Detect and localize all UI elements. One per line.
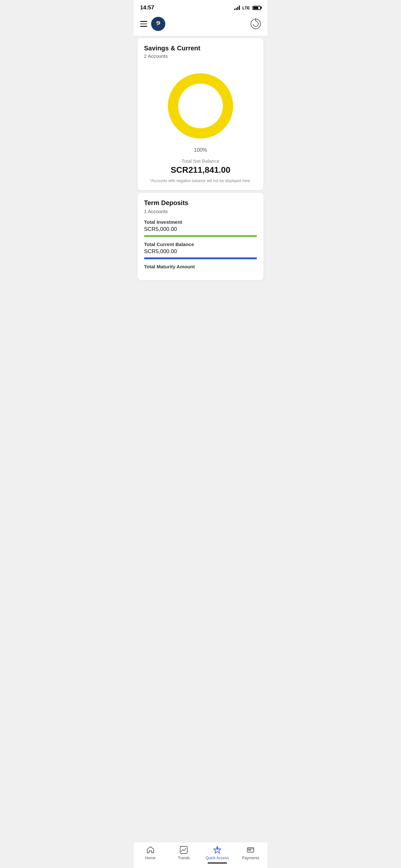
term-deposits-title: Term Deposits (144, 199, 257, 207)
nav-item-quick-access[interactable]: Quick Access (201, 845, 234, 860)
nav-item-payments[interactable]: Payments (234, 845, 268, 860)
signal-bars-icon (234, 5, 240, 10)
current-balance-label: Total Current Balance (144, 242, 257, 247)
investment-amount: SCR5,000.00 (144, 226, 257, 232)
hamburger-menu[interactable] (140, 21, 147, 27)
nav-active-indicator (208, 863, 227, 864)
payments-icon (246, 845, 255, 855)
svg-rect-3 (180, 846, 187, 854)
donut-chart (165, 70, 236, 142)
nav-label-payments: Payments (242, 856, 259, 860)
maturity-label: Total Maturity Amount (144, 264, 257, 269)
home-icon (146, 845, 155, 855)
current-balance-progress-bar (144, 257, 257, 259)
status-bar: 14:57 LTE (134, 0, 267, 13)
balance-label: Total Net Balance (144, 158, 257, 164)
trends-icon (179, 845, 188, 855)
balance-amount: SCR211,841.00 (144, 165, 257, 175)
logo-icon: P (153, 19, 163, 29)
balance-note: *Accounts with negative balance will not… (144, 178, 257, 184)
status-icons: LTE (234, 5, 261, 10)
hamburger-line (140, 21, 147, 22)
donut-chart-container (144, 64, 257, 145)
current-balance-amount: SCR5,000.00 (144, 248, 257, 255)
investment-progress-bar (144, 235, 257, 237)
app-header: P (134, 13, 267, 35)
donut-percent: 100% (144, 147, 257, 153)
term-deposits-card: Term Deposits 1 Accounts Total Investmen… (137, 193, 264, 280)
maturity-row: Total Maturity Amount (144, 264, 257, 269)
hamburger-line (140, 24, 147, 25)
investment-label: Total Investment (144, 219, 257, 225)
power-icon (251, 20, 259, 28)
nav-label-trends: Trends (178, 856, 190, 860)
current-balance-row: Total Current Balance SCR5,000.00 (144, 242, 257, 259)
nav-item-trends[interactable]: Trends (167, 845, 201, 860)
status-time: 14:57 (140, 4, 154, 11)
app-logo: P (151, 17, 165, 31)
investment-row: Total Investment SCR5,000.00 (144, 219, 257, 237)
nav-label-home: Home (145, 856, 156, 860)
nav-item-home[interactable]: Home (134, 845, 167, 860)
hamburger-line (140, 26, 147, 27)
main-content: Savings & Current 2 Accounts 100% Total … (134, 38, 267, 868)
battery-icon (252, 6, 261, 10)
nav-label-quick-access: Quick Access (206, 856, 229, 860)
network-type: LTE (242, 5, 250, 10)
savings-accounts-count: 2 Accounts (144, 53, 257, 59)
quick-access-icon (213, 845, 222, 855)
bottom-nav: Home Trends Quick Access (134, 842, 267, 868)
svg-rect-8 (249, 849, 251, 850)
term-deposits-accounts: 1 Accounts (144, 209, 257, 214)
svg-point-2 (173, 79, 228, 133)
savings-card: Savings & Current 2 Accounts 100% Total … (137, 38, 264, 190)
savings-card-title: Savings & Current (144, 44, 257, 52)
power-button[interactable] (251, 19, 261, 29)
